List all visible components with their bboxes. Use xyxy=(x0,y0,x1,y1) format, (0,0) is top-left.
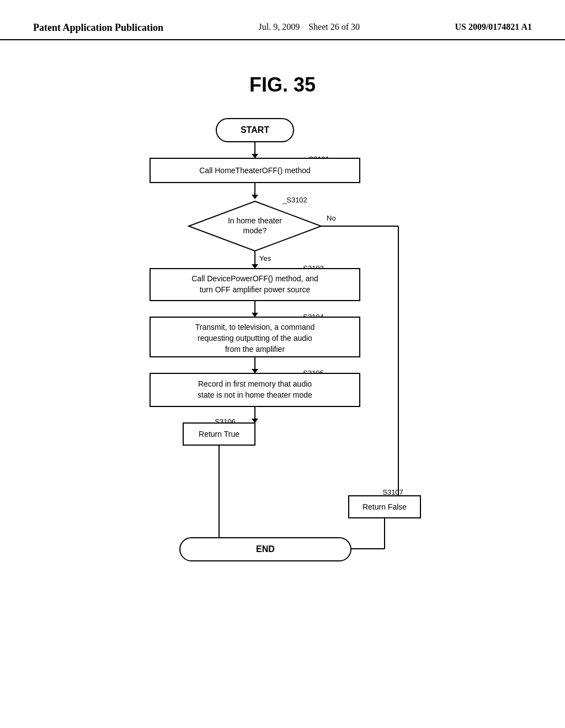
svg-marker-26 xyxy=(252,264,258,269)
svg-text:_S3102: _S3102 xyxy=(282,196,307,204)
svg-text:START: START xyxy=(241,125,269,135)
flowchart-svg: START _S3101 Call HomeTheaterOFF() metho… xyxy=(89,113,476,620)
svg-text:No: No xyxy=(327,214,336,222)
svg-text:requesting outputting of the a: requesting outputting of the audio xyxy=(198,334,312,342)
svg-text:Return False: Return False xyxy=(363,502,407,511)
svg-marker-39 xyxy=(252,369,258,373)
page-header: Patent Application Publication Jul. 9, 2… xyxy=(0,0,565,40)
date-sheet: Jul. 9, 2009 Sheet 26 of 30 xyxy=(258,22,360,32)
svg-text:Call DevicePowerOFF() method, : Call DevicePowerOFF() method, and xyxy=(191,274,318,283)
svg-marker-32 xyxy=(252,313,258,317)
svg-text:from the amplifier: from the amplifier xyxy=(225,345,285,354)
date-label: Jul. 9, 2009 xyxy=(258,22,300,31)
svg-text:END: END xyxy=(256,544,275,554)
svg-rect-28 xyxy=(150,269,360,301)
svg-marker-3 xyxy=(252,154,258,158)
svg-text:Call HomeTheaterOFF() method: Call HomeTheaterOFF() method xyxy=(199,166,311,175)
svg-text:turn OFF amplifier power sourc: turn OFF amplifier power source xyxy=(200,285,311,294)
svg-text:state is not in home theater m: state is not in home theater mode xyxy=(198,390,312,399)
svg-text:Return True: Return True xyxy=(199,430,239,438)
svg-marker-8 xyxy=(252,195,258,199)
svg-text:Transmit, to television, a com: Transmit, to television, a command xyxy=(195,323,315,331)
flowchart-diagram: START _S3101 Call HomeTheaterOFF() metho… xyxy=(89,113,476,609)
svg-text:In home theater: In home theater xyxy=(228,216,282,225)
svg-text:mode?: mode? xyxy=(243,226,267,235)
svg-text:Record in first memory that au: Record in first memory that audio xyxy=(198,379,312,388)
svg-rect-41 xyxy=(150,373,360,406)
svg-text:_S3107: _S3107 xyxy=(378,488,403,496)
patent-number: US 2009/0174821 A1 xyxy=(455,22,532,32)
svg-text:Yes: Yes xyxy=(259,254,271,263)
figure-title: FIG. 35 xyxy=(0,73,565,97)
publication-label: Patent Application Publication xyxy=(33,22,163,34)
sheet-label: Sheet 26 of 30 xyxy=(308,22,360,31)
svg-marker-45 xyxy=(252,419,258,423)
flowchart: START _S3101 Call HomeTheaterOFF() metho… xyxy=(0,113,565,609)
